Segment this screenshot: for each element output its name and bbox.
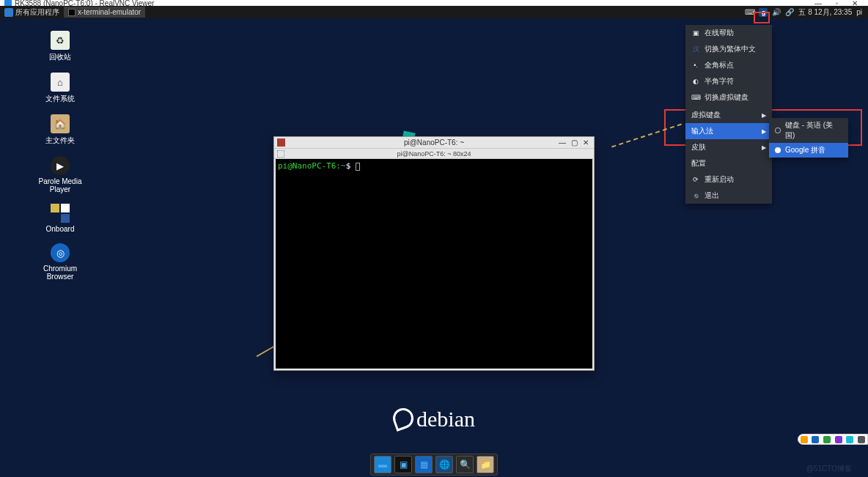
fcitx-item-half-char[interactable]: ◐半角字符: [685, 73, 772, 89]
drive-icon: ⌂: [51, 73, 70, 92]
dock-item-terminal[interactable]: ▣: [394, 456, 412, 473]
fcitx-item-online-help[interactable]: ▣在线帮助: [685, 25, 772, 41]
xfce-dock: ▬ ▣ ▦ 🌐 🔍 📁: [370, 454, 498, 476]
panel-clock[interactable]: 五 8 12月, 23:35: [798, 7, 852, 18]
fcitx-item-input-method[interactable]: 输入法▶: [685, 123, 772, 139]
taskbar-item-label: x-terminal-emulator: [78, 8, 141, 16]
desktop-icon-label: 文件系统: [45, 94, 75, 104]
media-player-icon: ▶: [51, 156, 70, 175]
tray-dot-icon: [812, 436, 819, 443]
desktop-icon-filesystem[interactable]: ⌂文件系统: [32, 73, 89, 104]
desktop-icon-parole[interactable]: ▶Parole Media Player: [32, 156, 89, 193]
fcitx-option-label: 键盘 - 英语 (美国): [785, 120, 842, 141]
desktop-icon-label: 主文件夹: [45, 136, 75, 146]
terminal-titlebar[interactable]: pi@NanoPC-T6: ~ — ▢ ✕: [274, 137, 594, 149]
tray-dot-icon: [823, 436, 831, 443]
desktop-icon-label: Parole Media Player: [32, 177, 89, 193]
radio-icon: [775, 127, 781, 133]
desktop-icon-onboard[interactable]: Onboard: [32, 204, 89, 233]
watermark-text: @51CTO博客: [806, 464, 852, 474]
fcitx-item-label: 虚拟键盘: [691, 110, 721, 120]
fcitx-item-restart[interactable]: ⟳重新启动: [685, 171, 772, 188]
fcitx-option-label: Google 拼音: [785, 145, 825, 155]
terminal-cursor: [356, 163, 360, 171]
terminal-title: pi@NanoPC-T6: ~: [404, 138, 464, 147]
terminal-minimize-button[interactable]: —: [559, 138, 566, 147]
chevron-right-icon: ▶: [762, 144, 766, 151]
fcitx-option-google-pinyin[interactable]: Google 拼音: [769, 143, 848, 158]
terminal-tab-indicator-icon[interactable]: [277, 150, 284, 158]
fcitx-item-label: 皮肤: [691, 142, 706, 152]
tray-dot-icon: [858, 436, 865, 443]
terminal-close-button[interactable]: ✕: [582, 138, 589, 147]
dock-item-web-browser[interactable]: 🌐: [435, 456, 453, 473]
applications-menu-label: 所有应用程序: [15, 7, 59, 18]
terminal-prompt-symbol: $: [346, 161, 351, 171]
terminal-body[interactable]: pi@NanoPC-T6:~$: [276, 159, 592, 369]
help-icon: ▣: [691, 29, 700, 37]
fcitx-item-switch-traditional[interactable]: 汉切换为繁体中文: [685, 41, 772, 57]
terminal-window[interactable]: pi@NanoPC-T6: ~ — ▢ ✕ pi@NanoPC-T6: ~ 80…: [273, 136, 595, 371]
apps-grid-icon: [4, 8, 13, 17]
debian-logo: debian: [393, 407, 475, 432]
terminal-app-icon: [277, 138, 285, 147]
folder-home-icon: 🏠: [51, 114, 70, 133]
dock-item-search[interactable]: 🔍: [456, 456, 474, 473]
fcitx-submenu-input-method: 键盘 - 英语 (美国) Google 拼音: [769, 118, 848, 158]
halfchar-icon: ◐: [691, 77, 700, 86]
taskbar-item-terminal[interactable]: x-terminal-emulator: [64, 7, 145, 18]
desktop-icon-home[interactable]: 🏠主文件夹: [32, 114, 89, 146]
network-icon[interactable]: 🔗: [785, 8, 794, 17]
fcitx-option-keyboard-en-us[interactable]: 键盘 - 英语 (美国): [769, 118, 848, 143]
terminal-prompt-path: ~: [341, 161, 346, 171]
radio-selected-icon: [775, 147, 781, 153]
fcitx-item-full-punctuation[interactable]: •.全角标点: [685, 57, 772, 73]
fcitx-item-label: 输入法: [691, 126, 713, 136]
host-window-titlebar: RK3588 (NanoPC-T6:0) - RealVNC Viewer — …: [0, 0, 868, 6]
desktop-icon-label: Chromium Browser: [32, 265, 89, 281]
desktop-icons: ♻回收站 ⌂文件系统 🏠主文件夹 ▶Parole Media Player On…: [31, 31, 89, 281]
fcitx-item-label: 切换虚拟键盘: [705, 92, 749, 103]
fcitx-item-label: 切换为繁体中文: [705, 44, 756, 54]
restart-icon: ⟳: [691, 175, 700, 184]
external-tool-tray[interactable]: [798, 434, 868, 445]
applications-menu-button[interactable]: 所有应用程序: [0, 6, 64, 18]
terminal-icon: [68, 9, 76, 16]
dock-item-show-desktop[interactable]: ▬: [374, 456, 391, 473]
fcitx-item-label: 在线帮助: [705, 28, 734, 38]
fcitx-item-virtual-keyboard[interactable]: 虚拟键盘▶: [685, 107, 772, 123]
chevron-right-icon: ▶: [762, 128, 766, 135]
desktop-icon-label: Onboard: [46, 225, 75, 233]
fcitx-item-skin[interactable]: 皮肤▶: [685, 139, 772, 155]
punctuation-icon: •.: [691, 61, 700, 70]
fcitx-item-label: 配置: [691, 158, 706, 169]
chromium-icon: ◎: [51, 243, 70, 262]
chevron-right-icon: ▶: [762, 112, 766, 119]
desktop-icon-chromium[interactable]: ◎Chromium Browser: [32, 243, 89, 281]
volume-icon[interactable]: 🔊: [772, 8, 781, 17]
desktop-icon-label: 回收站: [49, 52, 71, 62]
terminal-tabbar: pi@NanoPC-T6: ~ 80x24: [274, 149, 594, 159]
fcitx-item-exit[interactable]: ⎋退出: [685, 188, 772, 204]
terminal-maximize-button[interactable]: ▢: [570, 138, 578, 147]
exit-icon: ⎋: [691, 191, 700, 200]
han-icon: 汉: [691, 45, 700, 53]
fcitx-item-label: 半角字符: [705, 76, 734, 86]
keyboard-icon: ⌨: [691, 93, 700, 102]
fcitx-item-toggle-vkeyboard[interactable]: ⌨切换虚拟键盘: [685, 89, 772, 106]
terminal-tab-title: pi@NanoPC-T6: ~ 80x24: [397, 150, 471, 158]
fcitx-item-label: 重新启动: [705, 174, 734, 185]
fcitx-item-label: 退出: [705, 191, 719, 201]
panel-user[interactable]: pi: [856, 8, 862, 16]
fcitx-item-config[interactable]: 配置: [685, 155, 772, 171]
dock-item-folder[interactable]: 📁: [477, 456, 494, 473]
desktop-icon-trash[interactable]: ♻回收站: [32, 31, 89, 62]
trash-icon: ♻: [51, 31, 70, 50]
tray-dot-icon: [835, 436, 842, 443]
fcitx-item-label: 全角标点: [705, 60, 734, 70]
tray-dot-icon: [846, 436, 853, 443]
dock-item-files[interactable]: ▦: [415, 456, 433, 473]
fcitx-context-menu: ▣在线帮助 汉切换为繁体中文 •.全角标点 ◐半角字符 ⌨切换虚拟键盘 虚拟键盘…: [685, 25, 772, 204]
onboard-icon: [51, 204, 70, 223]
remote-desktop: 所有应用程序 x-terminal-emulator ⌨ g 🔊 🔗 五 8 1…: [0, 6, 868, 477]
